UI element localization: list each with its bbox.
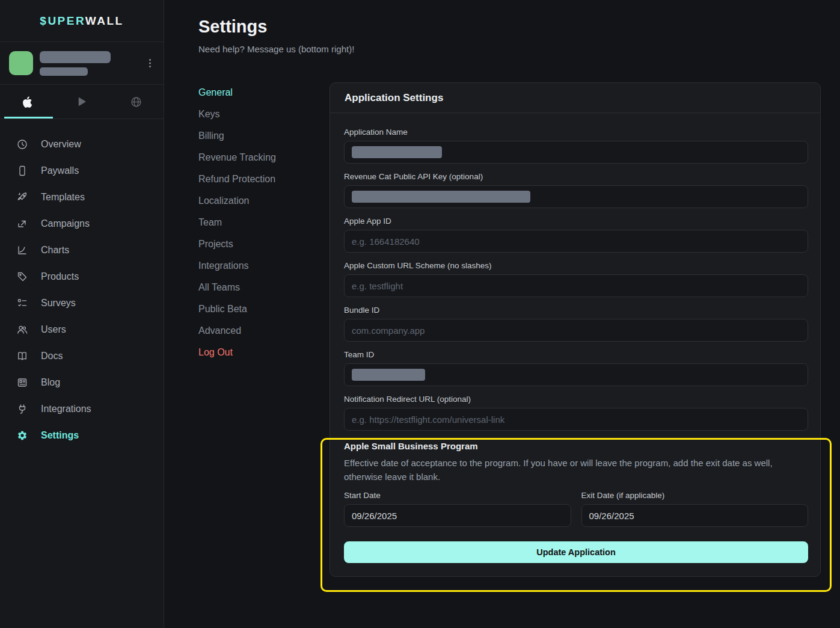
- settings-nav-log-out[interactable]: Log Out: [198, 342, 276, 363]
- page-subtitle: Need help? Message us (bottom right)!: [198, 44, 354, 54]
- settings-nav-team[interactable]: Team: [198, 212, 276, 233]
- bundle-id-input[interactable]: [344, 319, 808, 342]
- exit-date-label: Exit Date (if applicable): [581, 491, 809, 500]
- field-start-date: Start Date: [344, 491, 571, 527]
- superwall-logo[interactable]: $UPERWALL: [40, 14, 123, 28]
- sidebar-item-settings[interactable]: Settings: [0, 422, 164, 449]
- settings-nav-projects[interactable]: Projects: [198, 233, 276, 255]
- sidebar-item-paywalls[interactable]: Paywalls: [0, 158, 164, 184]
- sidebar-item-label: Integrations: [41, 404, 91, 414]
- settings-nav-advanced[interactable]: Advanced: [198, 320, 276, 342]
- apple-url-scheme-input[interactable]: [344, 274, 808, 297]
- sidebar-item-label: Products: [41, 271, 79, 282]
- application-name-input[interactable]: [344, 141, 808, 164]
- sidebar-item-integrations[interactable]: Integrations: [0, 396, 164, 422]
- settings-nav-refund-protection[interactable]: Refund Protection: [198, 168, 276, 190]
- sidebar-item-label: Users: [41, 324, 66, 335]
- sidebar-item-label: Blog: [41, 377, 60, 388]
- revenuecat-api-key-input[interactable]: [344, 185, 808, 208]
- sidebar-item-label: Charts: [41, 245, 69, 256]
- card-title: Application Settings: [330, 83, 820, 113]
- tab-google-play[interactable]: [55, 85, 109, 119]
- plug-icon: [17, 404, 28, 414]
- notification-redirect-url-input[interactable]: [344, 408, 808, 431]
- settings-nav-revenue-tracking[interactable]: Revenue Tracking: [198, 147, 276, 168]
- sidebar-item-label: Surveys: [41, 298, 76, 309]
- sidebar-item-label: Templates: [41, 192, 85, 203]
- apple-url-scheme-label: Apple Custom URL Scheme (no slashes): [344, 261, 808, 271]
- field-team-id: Team ID: [344, 350, 808, 386]
- sidebar-item-label: Paywalls: [41, 165, 79, 176]
- settings-nav-public-beta[interactable]: Public Beta: [198, 298, 276, 320]
- sidebar-item-overview[interactable]: Overview: [0, 131, 164, 158]
- field-notification-redirect-url: Notification Redirect URL (optional): [344, 395, 808, 431]
- start-date-label: Start Date: [344, 491, 571, 500]
- team-id-input[interactable]: [344, 363, 808, 386]
- bundle-id-label: Bundle ID: [344, 306, 808, 315]
- rocket-icon: [17, 192, 28, 203]
- apple-app-id-label: Apple App ID: [344, 217, 808, 226]
- sidebar: $UPERWALL Ov: [0, 0, 164, 628]
- small-business-title: Apple Small Business Program: [344, 441, 808, 452]
- sidebar-item-products[interactable]: Products: [0, 263, 164, 290]
- avatar: [9, 51, 33, 75]
- apple-small-business-section: Apple Small Business Program Effective d…: [344, 441, 808, 563]
- account-menu-button[interactable]: [145, 56, 155, 70]
- page-title: Settings: [198, 17, 267, 37]
- apple-icon: [22, 96, 32, 108]
- newspaper-icon: [17, 377, 28, 388]
- campaign-icon: [17, 218, 28, 229]
- tab-apple[interactable]: [0, 85, 55, 119]
- gear-icon: [17, 430, 28, 441]
- update-application-button[interactable]: Update Application: [344, 541, 808, 563]
- sidebar-item-label: Docs: [41, 351, 63, 362]
- app-window: $UPERWALL Ov: [0, 0, 840, 628]
- apple-app-id-input[interactable]: [344, 230, 808, 253]
- field-apple-url-scheme: Apple Custom URL Scheme (no slashes): [344, 261, 808, 297]
- sidebar-item-blog[interactable]: Blog: [0, 369, 164, 396]
- redacted-value: [352, 369, 425, 381]
- notification-redirect-url-label: Notification Redirect URL (optional): [344, 395, 808, 404]
- settings-nav-general[interactable]: General: [198, 82, 276, 103]
- settings-nav-integrations[interactable]: Integrations: [198, 255, 276, 277]
- exit-date-input[interactable]: [581, 504, 809, 527]
- users-icon: [17, 324, 28, 335]
- application-settings-card: Application Settings Application Name Re…: [330, 82, 821, 577]
- field-apple-app-id: Apple App ID: [344, 217, 808, 253]
- start-date-input[interactable]: [344, 504, 571, 527]
- kebab-menu-icon: [149, 58, 152, 68]
- main-content: Settings Need help? Message us (bottom r…: [164, 0, 840, 628]
- card-body: Application Name Revenue Cat Public API …: [330, 113, 820, 576]
- settings-nav-all-teams[interactable]: All Teams: [198, 277, 276, 298]
- field-exit-date: Exit Date (if applicable): [581, 491, 809, 527]
- settings-nav-localization[interactable]: Localization: [198, 190, 276, 212]
- sidebar-item-charts[interactable]: Charts: [0, 237, 164, 263]
- sidebar-item-label: Campaigns: [41, 218, 90, 229]
- date-fields-row: Start Date Exit Date (if applicable): [344, 491, 808, 527]
- logo-accent-text: $UPER: [40, 14, 85, 27]
- field-bundle-id: Bundle ID: [344, 306, 808, 342]
- account-switcher[interactable]: [0, 42, 164, 85]
- redacted-account-info: [40, 51, 138, 76]
- globe-icon: [130, 96, 142, 108]
- sidebar-item-users[interactable]: Users: [0, 316, 164, 343]
- settings-nav-billing[interactable]: Billing: [198, 125, 276, 147]
- redacted-value: [352, 146, 442, 158]
- sidebar-item-campaigns[interactable]: Campaigns: [0, 211, 164, 237]
- sidebar-item-docs[interactable]: Docs: [0, 343, 164, 369]
- redacted-account-sub: [40, 67, 88, 76]
- revenuecat-api-key-label: Revenue Cat Public API Key (optional): [344, 172, 808, 182]
- sidebar-item-templates[interactable]: Templates: [0, 184, 164, 211]
- sidebar-nav: Overview Paywalls Templates Campaigns Ch…: [0, 119, 164, 449]
- small-business-description: Effective date of acceptance to the prog…: [344, 456, 808, 484]
- redacted-value: [352, 191, 530, 203]
- play-icon: [76, 96, 87, 107]
- tab-web[interactable]: [109, 85, 164, 119]
- overview-icon: [17, 139, 28, 150]
- book-icon: [17, 351, 28, 362]
- settings-nav-keys[interactable]: Keys: [198, 103, 276, 125]
- logo-rest-text: WALL: [85, 14, 124, 27]
- tag-icon: [17, 271, 28, 282]
- sidebar-item-surveys[interactable]: Surveys: [0, 290, 164, 316]
- application-name-label: Application Name: [344, 128, 808, 137]
